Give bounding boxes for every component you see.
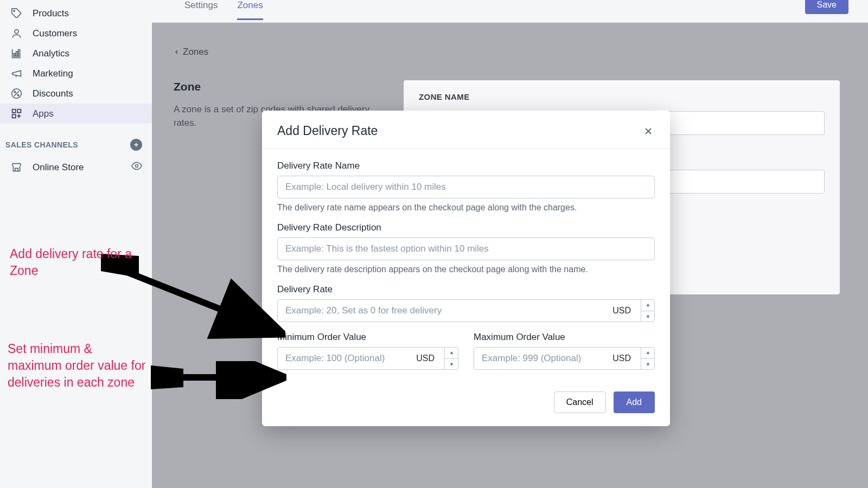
sidebar-item-apps[interactable]: Apps (0, 104, 152, 124)
svg-point-6 (14, 91, 16, 93)
sidebar-item-label: Analytics (33, 48, 69, 59)
sidebar-item-label: Marketing (33, 68, 73, 79)
max-order-label: Maximum Order Value (474, 332, 655, 343)
modal-title: Add Delivery Rate (277, 124, 378, 138)
sidebar-item-label: Online Store (33, 162, 84, 173)
breadcrumb-label: Zones (183, 47, 208, 57)
eye-icon[interactable] (131, 160, 142, 174)
annotation-1: Add delivery rate for a Zone (10, 246, 135, 279)
sidebar-item-label: Apps (33, 108, 54, 119)
breadcrumb[interactable]: Zones (174, 47, 840, 57)
user-icon (10, 28, 23, 39)
rate-description-label: Delivery Rate Description (277, 222, 655, 233)
delivery-rate-input[interactable] (277, 299, 655, 322)
max-spinner[interactable]: ▲ ▼ (641, 347, 655, 370)
zone-name-label: ZONE NAME (419, 92, 825, 101)
svg-rect-2 (14, 54, 15, 56)
sidebar-item-label: Discounts (33, 88, 73, 99)
sidebar-item-customers[interactable]: Customers (0, 23, 152, 43)
sales-channels-header: SALES CHANNELS (0, 124, 152, 156)
spinner-down-icon[interactable]: ▼ (641, 311, 655, 323)
svg-rect-4 (18, 50, 20, 56)
cancel-button[interactable]: Cancel (554, 391, 606, 413)
rate-spinner[interactable]: ▲ ▼ (641, 299, 655, 322)
sidebar-item-marketing[interactable]: Marketing (0, 63, 152, 84)
close-button[interactable] (642, 125, 655, 138)
sidebar-item-online-store[interactable]: Online Store (0, 156, 152, 178)
tag-icon (10, 8, 23, 19)
topbar: Settings Zones Save (152, 0, 868, 23)
spinner-up-icon[interactable]: ▲ (641, 347, 655, 359)
rate-name-label: Delivery Rate Name (277, 160, 655, 171)
close-icon (643, 126, 654, 137)
svg-rect-8 (12, 110, 15, 113)
currency-label: USD (416, 354, 435, 363)
svg-rect-10 (12, 114, 15, 118)
rate-description-help: The delivery rate description appears on… (277, 265, 655, 274)
svg-point-0 (14, 10, 15, 11)
sidebar-item-products[interactable]: Products (0, 3, 152, 23)
sidebar: Products Customers Analytics Marketing D… (0, 0, 152, 488)
add-button[interactable]: Add (614, 391, 655, 413)
add-delivery-rate-modal: Add Delivery Rate Delivery Rate Name The… (262, 111, 670, 426)
svg-point-7 (17, 94, 19, 96)
delivery-rate-label: Delivery Rate (277, 284, 655, 295)
min-order-label: Minimum Order Value (277, 332, 458, 343)
chevron-left-icon (174, 48, 180, 56)
store-icon (10, 162, 23, 173)
apps-icon (10, 108, 23, 119)
annotation-2: Set minimum & maximum order value for de… (8, 341, 149, 391)
rate-name-input[interactable] (277, 176, 655, 198)
spinner-up-icon[interactable]: ▲ (445, 347, 458, 359)
currency-label: USD (612, 354, 631, 363)
spinner-down-icon[interactable]: ▼ (641, 359, 655, 370)
svg-rect-3 (16, 52, 17, 56)
rate-description-input[interactable] (277, 237, 655, 260)
percent-icon (10, 88, 23, 99)
currency-label: USD (612, 306, 631, 316)
rate-name-help: The delivery rate name appears on the ch… (277, 203, 655, 213)
save-button[interactable]: Save (805, 0, 848, 14)
sidebar-item-label: Products (33, 8, 69, 19)
tab-settings[interactable]: Settings (184, 0, 218, 20)
sidebar-item-analytics[interactable]: Analytics (0, 43, 152, 63)
min-spinner[interactable]: ▲ ▼ (444, 347, 458, 370)
svg-point-1 (15, 30, 18, 34)
zone-heading: Zone (174, 80, 380, 93)
sidebar-item-discounts[interactable]: Discounts (0, 84, 152, 104)
add-channel-button[interactable] (130, 139, 142, 151)
sidebar-item-label: Customers (33, 28, 77, 39)
svg-point-11 (136, 165, 138, 168)
megaphone-icon (10, 68, 23, 79)
sales-channels-label: SALES CHANNELS (5, 140, 78, 149)
svg-rect-9 (17, 110, 21, 113)
spinner-up-icon[interactable]: ▲ (641, 299, 655, 311)
spinner-down-icon[interactable]: ▼ (445, 359, 458, 370)
tab-zones[interactable]: Zones (237, 0, 263, 20)
bar-chart-icon (10, 48, 23, 59)
